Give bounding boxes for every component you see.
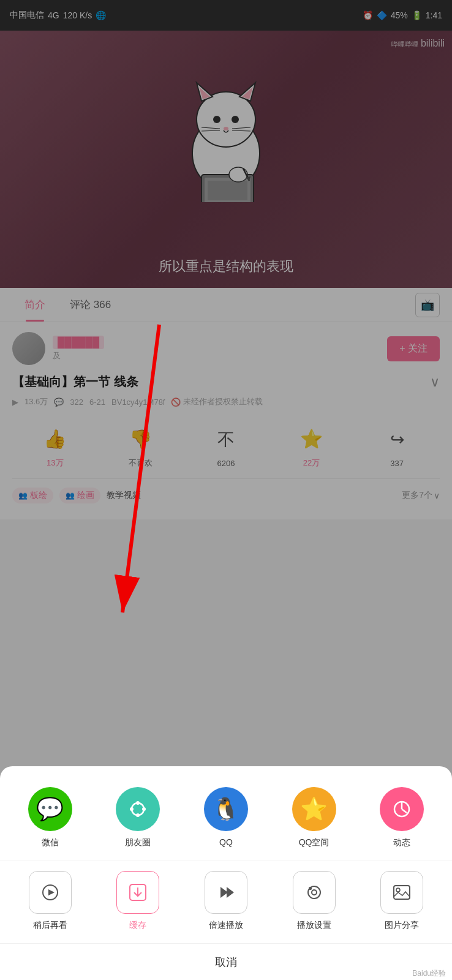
picture-icon bbox=[380, 871, 423, 914]
svg-point-36 bbox=[312, 890, 317, 895]
svg-point-24 bbox=[130, 807, 134, 811]
cache-icon bbox=[116, 871, 159, 914]
svg-line-28 bbox=[402, 809, 407, 813]
share-wechat[interactable]: 💬 微信 bbox=[6, 787, 94, 848]
share-dynamic[interactable]: 动态 bbox=[358, 787, 446, 848]
picture-share-label: 图片分享 bbox=[385, 920, 419, 931]
qqzone-label: QQ空间 bbox=[299, 837, 330, 848]
cancel-label: 取消 bbox=[215, 955, 237, 970]
wechat-label: 微信 bbox=[42, 837, 59, 848]
playback-icon bbox=[293, 871, 336, 914]
moments-label: 朋友圈 bbox=[125, 837, 151, 848]
svg-point-22 bbox=[136, 801, 140, 805]
dynamic-label: 动态 bbox=[393, 837, 410, 848]
share-apps-row: 💬 微信 朋友圈 🐧 QQ ⭐ QQ空间 bbox=[0, 781, 452, 861]
svg-point-25 bbox=[142, 807, 146, 811]
speed-label: 倍速播放 bbox=[209, 920, 243, 931]
share-sheet: 💬 微信 朋友圈 🐧 QQ ⭐ QQ空间 bbox=[0, 766, 452, 980]
qq-label: QQ bbox=[219, 837, 233, 847]
svg-rect-37 bbox=[309, 887, 312, 890]
action-watch-later[interactable]: 稍后再看 bbox=[6, 871, 94, 931]
action-picture-share[interactable]: 图片分享 bbox=[358, 871, 446, 931]
baidu-watermark: Baidu经验 bbox=[412, 968, 446, 979]
wechat-icon: 💬 bbox=[28, 787, 72, 831]
dynamic-icon bbox=[380, 787, 424, 831]
qq-icon: 🐧 bbox=[204, 787, 248, 831]
svg-point-23 bbox=[136, 813, 140, 817]
svg-rect-38 bbox=[394, 886, 410, 899]
watch-later-icon bbox=[29, 871, 72, 914]
playback-label: 播放设置 bbox=[297, 920, 331, 931]
share-actions-row: 稍后再看 缓存 倍速播放 bbox=[0, 861, 452, 937]
action-cache[interactable]: 缓存 bbox=[94, 871, 183, 931]
moments-icon bbox=[116, 787, 160, 831]
share-qq[interactable]: 🐧 QQ bbox=[182, 787, 270, 847]
svg-marker-34 bbox=[227, 887, 234, 898]
watch-later-label: 稍后再看 bbox=[33, 920, 67, 931]
action-speed[interactable]: 倍速播放 bbox=[182, 871, 270, 931]
cancel-button[interactable]: 取消 bbox=[0, 943, 452, 980]
speed-icon bbox=[205, 871, 247, 914]
svg-point-39 bbox=[396, 888, 400, 892]
share-qqzone[interactable]: ⭐ QQ空间 bbox=[270, 787, 358, 848]
cache-label: 缓存 bbox=[129, 920, 146, 931]
svg-marker-30 bbox=[48, 889, 55, 895]
qqzone-icon: ⭐ bbox=[292, 787, 336, 831]
action-playback-settings[interactable]: 播放设置 bbox=[270, 871, 358, 931]
share-moments[interactable]: 朋友圈 bbox=[94, 787, 183, 848]
